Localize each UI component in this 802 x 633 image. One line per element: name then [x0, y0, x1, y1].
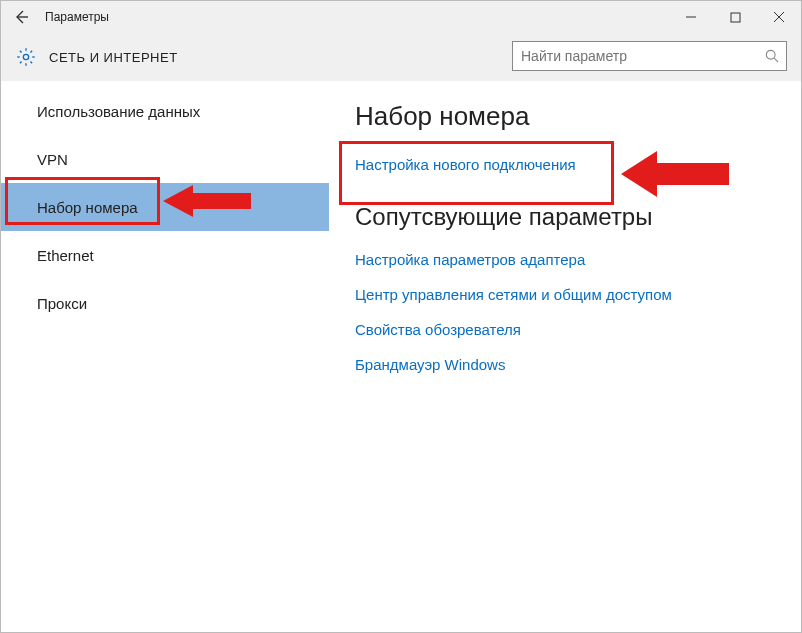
- link-adapter-settings[interactable]: Настройка параметров адаптера: [355, 251, 775, 268]
- sidebar-item-ethernet[interactable]: Ethernet: [1, 231, 329, 279]
- settings-window: Параметры: [0, 0, 802, 633]
- maximize-icon: [730, 12, 741, 23]
- sidebar-item-vpn[interactable]: VPN: [1, 135, 329, 183]
- sidebar-item-label: Ethernet: [37, 247, 94, 264]
- arrow-left-icon: [13, 9, 29, 25]
- maximize-button[interactable]: [713, 1, 757, 33]
- sidebar-item-label: Прокси: [37, 295, 87, 312]
- sidebar-item-label: Набор номера: [37, 199, 138, 216]
- link-windows-firewall[interactable]: Брандмауэр Windows: [355, 356, 775, 373]
- sidebar: Использование данных VPN Набор номера Et…: [1, 81, 329, 632]
- close-button[interactable]: [757, 1, 801, 33]
- svg-line-14: [774, 58, 778, 62]
- link-network-sharing-center[interactable]: Центр управления сетями и общим доступом: [355, 286, 775, 303]
- search-box[interactable]: [512, 41, 787, 71]
- related-heading: Сопутсвующие параметры: [355, 203, 775, 231]
- gear-icon: [15, 46, 37, 68]
- window-controls: [669, 1, 801, 33]
- close-icon: [773, 11, 785, 23]
- sidebar-item-proxy[interactable]: Прокси: [1, 279, 329, 327]
- svg-point-13: [766, 50, 775, 59]
- svg-line-12: [30, 51, 32, 53]
- window-title: Параметры: [45, 10, 109, 24]
- minimize-button[interactable]: [669, 1, 713, 33]
- svg-point-4: [23, 54, 28, 59]
- svg-line-11: [20, 61, 22, 63]
- header: СЕТЬ И ИНТЕРНЕТ: [1, 33, 801, 81]
- minimize-icon: [685, 11, 697, 23]
- main-content: Набор номера Настройка нового подключени…: [329, 81, 801, 632]
- sidebar-item-label: Использование данных: [37, 103, 200, 120]
- section-title: СЕТЬ И ИНТЕРНЕТ: [49, 50, 178, 65]
- svg-line-9: [20, 51, 22, 53]
- link-new-connection[interactable]: Настройка нового подключения: [355, 156, 775, 173]
- page-heading: Набор номера: [355, 101, 775, 132]
- sidebar-item-data-usage[interactable]: Использование данных: [1, 87, 329, 135]
- search-input[interactable]: [513, 48, 758, 64]
- svg-rect-1: [731, 13, 740, 22]
- back-button[interactable]: [1, 1, 41, 33]
- search-icon: [758, 42, 786, 70]
- svg-line-10: [30, 61, 32, 63]
- sidebar-item-dialup[interactable]: Набор номера: [1, 183, 329, 231]
- body: Использование данных VPN Набор номера Et…: [1, 81, 801, 632]
- link-internet-options[interactable]: Свойства обозревателя: [355, 321, 775, 338]
- titlebar: Параметры: [1, 1, 801, 33]
- sidebar-item-label: VPN: [37, 151, 68, 168]
